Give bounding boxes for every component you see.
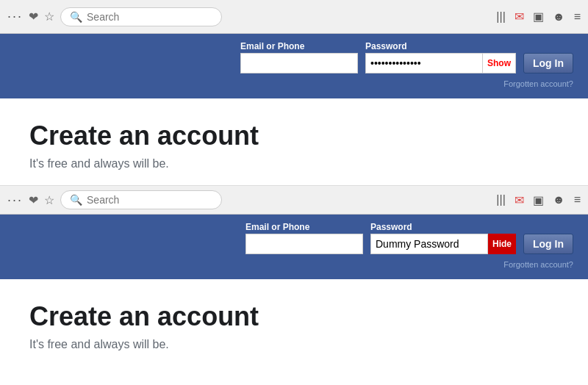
create-account-title-1: Create an account bbox=[29, 120, 559, 151]
email-icon[interactable]: ✉ bbox=[514, 10, 524, 24]
address-bar-2[interactable]: 🔍 bbox=[60, 190, 222, 209]
show-password-button[interactable]: Show bbox=[483, 53, 516, 73]
page-content-2: Create an account It's free and always w… bbox=[0, 279, 588, 366]
toolbar-right-icons-2: ||| ✉ ▣ ☻ ≡ bbox=[496, 193, 581, 207]
address-bar[interactable]: 🔍 bbox=[60, 7, 222, 26]
login-button-1[interactable]: Log In bbox=[523, 53, 573, 73]
search-input-2[interactable] bbox=[87, 194, 212, 206]
toolbar-menu-dots[interactable]: ··· bbox=[7, 9, 23, 24]
browser-toolbar-1: ··· ❤ ☆ 🔍 ||| ✉ ▣ ☻ ≡ bbox=[0, 0, 588, 34]
password-field-group-1: Password Show bbox=[365, 41, 516, 73]
create-account-subtitle-1: It's free and always will be. bbox=[29, 157, 559, 170]
toolbar-right-icons: ||| ✉ ▣ ☻ ≡ bbox=[496, 10, 581, 24]
user-icon-2[interactable]: ☻ bbox=[553, 193, 565, 206]
password-wrapper-1: Show bbox=[365, 53, 516, 73]
reader-icon-2[interactable]: ▣ bbox=[533, 193, 544, 207]
reader-icon[interactable]: ▣ bbox=[533, 10, 544, 24]
search-green-icon: 🔍 bbox=[70, 11, 82, 23]
password-field-group-2: Password Hide bbox=[370, 222, 516, 254]
create-account-subtitle-2: It's free and always will be. bbox=[29, 338, 559, 351]
password-input-1[interactable] bbox=[365, 53, 483, 73]
email-label-2: Email or Phone bbox=[245, 222, 363, 232]
email-field-group-2: Email or Phone bbox=[245, 222, 363, 254]
search-input[interactable] bbox=[87, 11, 212, 23]
pocket-icon[interactable]: ❤ bbox=[29, 10, 38, 24]
email-field-group-1: Email or Phone bbox=[240, 41, 358, 73]
forgotten-link-2[interactable]: Forgotten account? bbox=[503, 260, 573, 269]
email-input-1[interactable] bbox=[240, 53, 358, 73]
password-label-1: Password bbox=[365, 41, 516, 51]
password-input-2[interactable] bbox=[370, 234, 488, 254]
email-icon-2[interactable]: ✉ bbox=[514, 193, 524, 207]
pocket-icon-2[interactable]: ❤ bbox=[29, 193, 38, 207]
browser-toolbar-2: ··· ❤ ☆ 🔍 ||| ✉ ▣ ☻ ≡ bbox=[0, 185, 588, 215]
password-wrapper-2: Hide bbox=[370, 234, 516, 254]
user-icon[interactable]: ☻ bbox=[553, 10, 565, 24]
star-icon[interactable]: ☆ bbox=[44, 10, 54, 24]
create-account-title-2: Create an account bbox=[29, 301, 559, 332]
toolbar-menu-dots-2[interactable]: ··· bbox=[7, 192, 23, 208]
forgotten-link-1[interactable]: Forgotten account? bbox=[503, 79, 573, 88]
login-row-2: Email or Phone Password Hide Log In bbox=[15, 222, 573, 254]
menu-icon-2[interactable]: ≡ bbox=[574, 193, 581, 206]
email-input-2[interactable] bbox=[245, 234, 363, 254]
search-green-icon-2: 🔍 bbox=[70, 194, 82, 206]
facebook-header-2: Email or Phone Password Hide Log In Forg… bbox=[0, 215, 588, 279]
login-button-2[interactable]: Log In bbox=[523, 234, 573, 254]
star-icon-2[interactable]: ☆ bbox=[44, 193, 54, 207]
library-icon[interactable]: ||| bbox=[496, 10, 505, 24]
email-label-1: Email or Phone bbox=[240, 41, 358, 51]
library-icon-2[interactable]: ||| bbox=[496, 193, 505, 206]
menu-icon[interactable]: ≡ bbox=[574, 10, 581, 24]
login-row-1: Email or Phone Password Show Log In bbox=[15, 41, 573, 73]
page-content-1: Create an account It's free and always w… bbox=[0, 98, 588, 185]
hide-password-button[interactable]: Hide bbox=[488, 234, 516, 254]
password-label-2: Password bbox=[370, 222, 516, 232]
facebook-header-1: Email or Phone Password Show Log In Forg… bbox=[0, 34, 588, 98]
